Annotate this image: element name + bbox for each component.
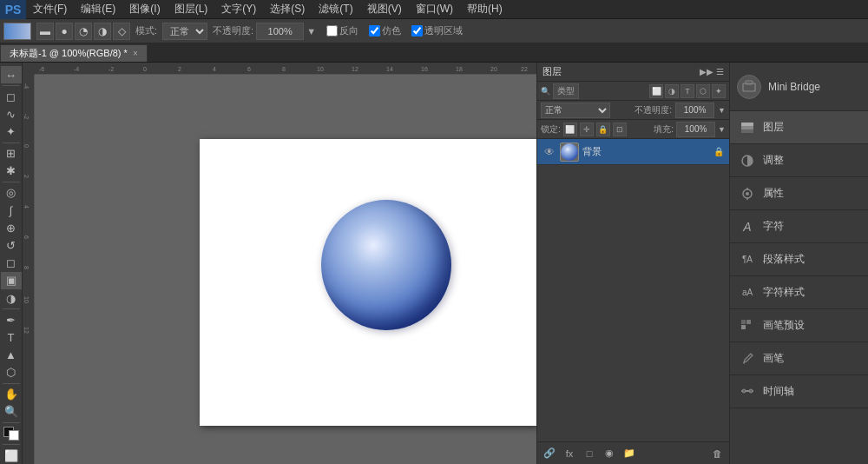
panel-item-timeline[interactable]: 时间轴 [730,375,868,408]
panel-item-character[interactable]: A 字符 [730,210,868,243]
tool-divider-1 [3,85,20,86]
layers-expand-btn[interactable]: ▶▶ [700,67,713,76]
filter-text-icon[interactable]: T [681,84,694,98]
tool-clone[interactable]: ⊕ [1,219,22,236]
tool-lasso[interactable]: ∿ [1,105,22,123]
opacity-group: 不透明度: ▼ [213,23,316,40]
tool-heal[interactable]: ◎ [1,184,22,202]
opacity-bar-input[interactable] [675,103,714,118]
menu-text[interactable]: 文字(Y) [214,0,263,18]
canvas-area: -6 -4 -2 0 2 4 6 8 10 12 14 16 18 20 22 … [23,63,536,464]
layer-thumb-preview [561,143,578,161]
tool-eyedropper[interactable]: ✱ [1,162,22,180]
panel-item-properties[interactable]: 属性 [730,177,868,210]
tool-brush[interactable]: ∫ [1,202,22,219]
filter-type-select[interactable]: 类型 [553,83,579,99]
layers-link-btn[interactable]: 🔗 [541,445,558,462]
layers-group-btn[interactable]: 📁 [621,445,638,462]
tool-divider-6 [3,422,20,423]
menu-filter[interactable]: 滤镜(T) [312,0,359,18]
menu-help[interactable]: 帮助(H) [460,0,510,18]
tool-path-select[interactable]: ▲ [1,346,22,363]
svg-point-15 [749,389,753,393]
panel-item-paragraph-style[interactable]: ¶A 段落样式 [730,243,868,276]
mini-bridge-panel[interactable]: Mini Bridge [730,63,868,111]
tool-text[interactable]: T [1,328,22,346]
menu-view[interactable]: 视图(V) [360,0,409,18]
menu-layer[interactable]: 图层(L) [168,0,215,18]
tool-history-brush[interactable]: ↺ [1,236,22,254]
gradient-swatch[interactable] [3,23,31,40]
reverse-checkbox[interactable] [326,25,338,36]
diamond-gradient-btn[interactable]: ◇ [113,23,130,40]
menu-window[interactable]: 窗口(W) [409,0,460,18]
tool-eraser[interactable]: ◻ [1,255,22,272]
filter-adjust-icon[interactable]: ◑ [665,84,679,98]
filter-smart-icon[interactable]: ✦ [712,84,726,98]
document-canvas[interactable] [200,139,536,426]
tool-zoom[interactable]: 🔍 [1,403,22,421]
tool-foreground-bg[interactable] [1,425,22,442]
layers-filter-bar: 🔍 类型 ⬜ ◑ T ⬡ ✦ [537,82,729,101]
tab-close-btn[interactable]: × [133,49,138,58]
transparency-checkbox[interactable] [411,25,423,36]
gradient-type-buttons: ▬ ● ◔ ◑ ◇ [36,23,130,40]
angle-gradient-btn[interactable]: ◔ [75,23,92,40]
menu-file[interactable]: 文件(F) [26,0,74,18]
panel-item-layers[interactable]: 图层 [730,111,868,144]
lock-position-btn[interactable]: ✛ [580,123,594,136]
tab-bar: 未标题-1 @ 100%(RGB/8) * × [0,43,868,63]
panel-item-character-style[interactable]: aA 字符样式 [730,276,868,309]
brush-presets-panel-label: 画笔预设 [763,318,805,333]
layer-name-label[interactable]: 背景 [582,145,710,158]
panel-item-brush-presets[interactable]: 画笔预设 [730,309,868,342]
svg-rect-11 [746,320,751,324]
filter-shape-icon[interactable]: ⬡ [696,84,710,98]
tool-crop[interactable]: ⊞ [1,145,22,162]
layers-adjustment-btn[interactable]: ◉ [601,445,618,462]
tool-shape[interactable]: ⬡ [1,364,22,381]
menu-select[interactable]: 选择(S) [263,0,312,18]
menubar: PS 文件(F) 编辑(E) 图像(I) 图层(L) 文字(Y) 选择(S) 滤… [0,0,868,19]
mode-select[interactable]: 正常 [162,23,207,40]
tool-magic-wand[interactable]: ✦ [1,123,22,140]
tool-screen-mode[interactable]: ⬜ [1,447,22,464]
tool-pen[interactable]: ✒ [1,311,22,328]
radial-gradient-btn[interactable]: ● [56,23,73,40]
blend-mode-select[interactable]: 正常 [541,103,610,118]
menu-image[interactable]: 图像(I) [122,0,167,18]
paragraph-style-panel-icon: ¶A [739,251,756,268]
layers-panel-controls: ▶▶ ☰ [700,67,724,76]
tool-gradient[interactable]: ▣ [1,272,22,289]
filter-pixel-icon[interactable]: ⬜ [649,84,663,98]
layer-visibility-icon[interactable]: 👁 [542,145,556,159]
tool-dodge[interactable]: ◑ [1,289,22,307]
fill-bar-input[interactable] [676,122,715,137]
menu-edit[interactable]: 编辑(E) [74,0,122,18]
lock-all-btn[interactable]: 🔒 [596,123,610,136]
layers-delete-btn[interactable]: 🗑 [708,445,726,462]
opacity-arrow-icon[interactable]: ▼ [718,106,726,115]
panel-item-adjustments[interactable]: 调整 [730,144,868,177]
opacity-input[interactable] [256,23,304,40]
dither-checkbox[interactable] [369,25,380,36]
tool-marquee[interactable]: ◻ [1,88,22,105]
layers-mask-btn[interactable]: □ [581,445,598,462]
menu-items: 文件(F) 编辑(E) 图像(I) 图层(L) 文字(Y) 选择(S) 滤镜(T… [26,0,510,18]
lock-extra-btn[interactable]: ⊡ [613,123,627,136]
tool-hand[interactable]: ✋ [1,386,22,403]
options-bar: ▬ ● ◔ ◑ ◇ 模式: 正常 不透明度: ▼ 反向 仿色 透明区域 [0,19,868,43]
layers-panel-label: 图层 [763,120,784,135]
linear-gradient-btn[interactable]: ▬ [36,23,54,40]
tool-move[interactable]: ↔ [1,66,22,83]
ruler-horizontal: -6 -4 -2 0 2 4 6 8 10 12 14 16 18 20 22 [35,63,536,75]
lock-pixel-btn[interactable]: ⬜ [563,123,577,136]
canvas-scroll[interactable] [35,75,536,464]
layers-fx-btn[interactable]: fx [561,445,578,462]
tab-document[interactable]: 未标题-1 @ 100%(RGB/8) * × [0,44,148,62]
layers-menu-btn[interactable]: ☰ [716,67,724,76]
layer-row-background[interactable]: 👁 背景 🔒 [537,139,729,165]
reflected-gradient-btn[interactable]: ◑ [94,23,111,40]
panel-item-brush[interactable]: 画笔 [730,342,868,375]
fill-arrow-icon[interactable]: ▼ [718,125,726,134]
